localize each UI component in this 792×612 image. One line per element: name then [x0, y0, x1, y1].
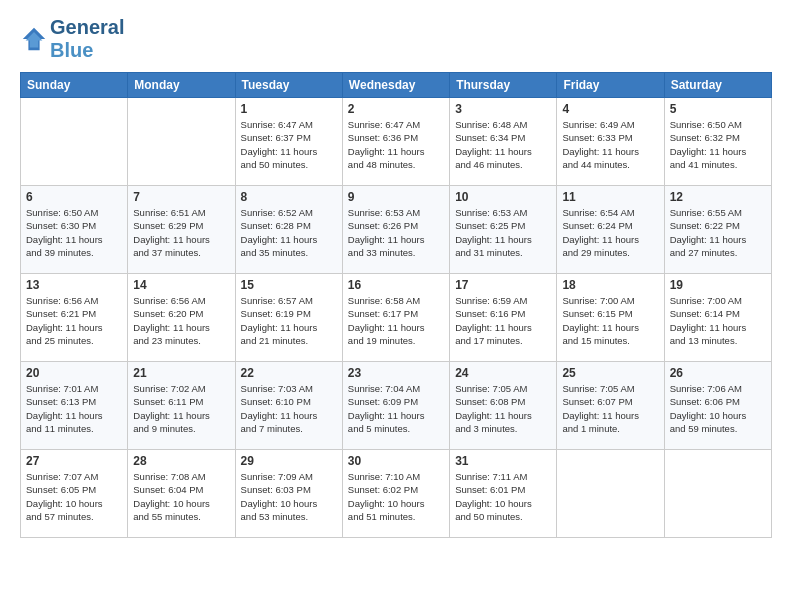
day-info: Sunrise: 6:58 AMSunset: 6:17 PMDaylight:… [348, 294, 444, 347]
day-info: Sunrise: 6:50 AMSunset: 6:30 PMDaylight:… [26, 206, 122, 259]
logo-text: General Blue [50, 16, 124, 62]
day-number: 29 [241, 454, 337, 468]
header: General Blue [20, 16, 772, 62]
calendar-cell: 30Sunrise: 7:10 AMSunset: 6:02 PMDayligh… [342, 450, 449, 538]
calendar-cell: 14Sunrise: 6:56 AMSunset: 6:20 PMDayligh… [128, 274, 235, 362]
logo-icon [20, 25, 48, 53]
day-info: Sunrise: 6:48 AMSunset: 6:34 PMDaylight:… [455, 118, 551, 171]
day-number: 24 [455, 366, 551, 380]
calendar-cell: 25Sunrise: 7:05 AMSunset: 6:07 PMDayligh… [557, 362, 664, 450]
day-info: Sunrise: 6:50 AMSunset: 6:32 PMDaylight:… [670, 118, 766, 171]
day-number: 17 [455, 278, 551, 292]
calendar-cell: 10Sunrise: 6:53 AMSunset: 6:25 PMDayligh… [450, 186, 557, 274]
day-number: 23 [348, 366, 444, 380]
calendar-cell: 17Sunrise: 6:59 AMSunset: 6:16 PMDayligh… [450, 274, 557, 362]
day-info: Sunrise: 7:01 AMSunset: 6:13 PMDaylight:… [26, 382, 122, 435]
day-info: Sunrise: 7:11 AMSunset: 6:01 PMDaylight:… [455, 470, 551, 523]
day-info: Sunrise: 7:07 AMSunset: 6:05 PMDaylight:… [26, 470, 122, 523]
day-number: 30 [348, 454, 444, 468]
calendar-cell: 31Sunrise: 7:11 AMSunset: 6:01 PMDayligh… [450, 450, 557, 538]
day-info: Sunrise: 7:03 AMSunset: 6:10 PMDaylight:… [241, 382, 337, 435]
day-number: 31 [455, 454, 551, 468]
day-number: 2 [348, 102, 444, 116]
day-info: Sunrise: 6:47 AMSunset: 6:36 PMDaylight:… [348, 118, 444, 171]
day-info: Sunrise: 7:00 AMSunset: 6:14 PMDaylight:… [670, 294, 766, 347]
calendar-cell: 20Sunrise: 7:01 AMSunset: 6:13 PMDayligh… [21, 362, 128, 450]
day-info: Sunrise: 6:54 AMSunset: 6:24 PMDaylight:… [562, 206, 658, 259]
weekday-header: Monday [128, 73, 235, 98]
logo: General Blue [20, 16, 124, 62]
day-info: Sunrise: 6:56 AMSunset: 6:21 PMDaylight:… [26, 294, 122, 347]
day-info: Sunrise: 7:05 AMSunset: 6:08 PMDaylight:… [455, 382, 551, 435]
calendar-cell: 3Sunrise: 6:48 AMSunset: 6:34 PMDaylight… [450, 98, 557, 186]
day-number: 26 [670, 366, 766, 380]
calendar-cell: 16Sunrise: 6:58 AMSunset: 6:17 PMDayligh… [342, 274, 449, 362]
day-number: 11 [562, 190, 658, 204]
day-info: Sunrise: 6:56 AMSunset: 6:20 PMDaylight:… [133, 294, 229, 347]
weekday-header: Thursday [450, 73, 557, 98]
calendar-cell: 12Sunrise: 6:55 AMSunset: 6:22 PMDayligh… [664, 186, 771, 274]
calendar-cell: 21Sunrise: 7:02 AMSunset: 6:11 PMDayligh… [128, 362, 235, 450]
weekday-header: Saturday [664, 73, 771, 98]
day-number: 7 [133, 190, 229, 204]
day-number: 22 [241, 366, 337, 380]
calendar-cell: 23Sunrise: 7:04 AMSunset: 6:09 PMDayligh… [342, 362, 449, 450]
day-info: Sunrise: 6:49 AMSunset: 6:33 PMDaylight:… [562, 118, 658, 171]
calendar-cell [128, 98, 235, 186]
day-info: Sunrise: 6:52 AMSunset: 6:28 PMDaylight:… [241, 206, 337, 259]
day-number: 6 [26, 190, 122, 204]
day-number: 12 [670, 190, 766, 204]
day-number: 9 [348, 190, 444, 204]
calendar-table: SundayMondayTuesdayWednesdayThursdayFrid… [20, 72, 772, 538]
day-info: Sunrise: 7:05 AMSunset: 6:07 PMDaylight:… [562, 382, 658, 435]
calendar-cell [557, 450, 664, 538]
day-number: 1 [241, 102, 337, 116]
page: General Blue SundayMondayTuesdayWednesda… [0, 0, 792, 548]
calendar-cell [664, 450, 771, 538]
calendar-week-row: 6Sunrise: 6:50 AMSunset: 6:30 PMDaylight… [21, 186, 772, 274]
day-number: 5 [670, 102, 766, 116]
calendar-cell: 15Sunrise: 6:57 AMSunset: 6:19 PMDayligh… [235, 274, 342, 362]
day-info: Sunrise: 6:55 AMSunset: 6:22 PMDaylight:… [670, 206, 766, 259]
day-number: 25 [562, 366, 658, 380]
day-number: 16 [348, 278, 444, 292]
day-number: 8 [241, 190, 337, 204]
calendar-cell: 22Sunrise: 7:03 AMSunset: 6:10 PMDayligh… [235, 362, 342, 450]
weekday-header: Sunday [21, 73, 128, 98]
day-info: Sunrise: 6:53 AMSunset: 6:25 PMDaylight:… [455, 206, 551, 259]
calendar-cell: 28Sunrise: 7:08 AMSunset: 6:04 PMDayligh… [128, 450, 235, 538]
day-info: Sunrise: 7:10 AMSunset: 6:02 PMDaylight:… [348, 470, 444, 523]
calendar-cell: 8Sunrise: 6:52 AMSunset: 6:28 PMDaylight… [235, 186, 342, 274]
day-info: Sunrise: 7:02 AMSunset: 6:11 PMDaylight:… [133, 382, 229, 435]
day-info: Sunrise: 6:51 AMSunset: 6:29 PMDaylight:… [133, 206, 229, 259]
calendar-cell: 1Sunrise: 6:47 AMSunset: 6:37 PMDaylight… [235, 98, 342, 186]
day-info: Sunrise: 7:08 AMSunset: 6:04 PMDaylight:… [133, 470, 229, 523]
day-info: Sunrise: 7:06 AMSunset: 6:06 PMDaylight:… [670, 382, 766, 435]
day-number: 19 [670, 278, 766, 292]
day-info: Sunrise: 6:59 AMSunset: 6:16 PMDaylight:… [455, 294, 551, 347]
weekday-header: Wednesday [342, 73, 449, 98]
day-number: 18 [562, 278, 658, 292]
calendar-week-row: 1Sunrise: 6:47 AMSunset: 6:37 PMDaylight… [21, 98, 772, 186]
calendar-cell: 24Sunrise: 7:05 AMSunset: 6:08 PMDayligh… [450, 362, 557, 450]
calendar-cell: 26Sunrise: 7:06 AMSunset: 6:06 PMDayligh… [664, 362, 771, 450]
calendar-cell: 18Sunrise: 7:00 AMSunset: 6:15 PMDayligh… [557, 274, 664, 362]
calendar-cell: 11Sunrise: 6:54 AMSunset: 6:24 PMDayligh… [557, 186, 664, 274]
calendar-cell: 7Sunrise: 6:51 AMSunset: 6:29 PMDaylight… [128, 186, 235, 274]
calendar-cell: 19Sunrise: 7:00 AMSunset: 6:14 PMDayligh… [664, 274, 771, 362]
day-info: Sunrise: 6:47 AMSunset: 6:37 PMDaylight:… [241, 118, 337, 171]
day-info: Sunrise: 7:04 AMSunset: 6:09 PMDaylight:… [348, 382, 444, 435]
day-number: 28 [133, 454, 229, 468]
day-number: 13 [26, 278, 122, 292]
calendar-header-row: SundayMondayTuesdayWednesdayThursdayFrid… [21, 73, 772, 98]
day-info: Sunrise: 7:09 AMSunset: 6:03 PMDaylight:… [241, 470, 337, 523]
calendar-cell [21, 98, 128, 186]
day-info: Sunrise: 7:00 AMSunset: 6:15 PMDaylight:… [562, 294, 658, 347]
day-number: 20 [26, 366, 122, 380]
day-number: 21 [133, 366, 229, 380]
calendar-cell: 9Sunrise: 6:53 AMSunset: 6:26 PMDaylight… [342, 186, 449, 274]
calendar-week-row: 20Sunrise: 7:01 AMSunset: 6:13 PMDayligh… [21, 362, 772, 450]
calendar-week-row: 27Sunrise: 7:07 AMSunset: 6:05 PMDayligh… [21, 450, 772, 538]
calendar-cell: 27Sunrise: 7:07 AMSunset: 6:05 PMDayligh… [21, 450, 128, 538]
calendar-cell: 2Sunrise: 6:47 AMSunset: 6:36 PMDaylight… [342, 98, 449, 186]
